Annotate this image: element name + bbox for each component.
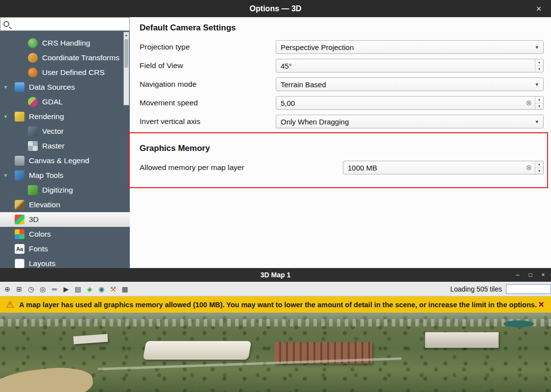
spin-down-icon[interactable]: ▼ <box>535 168 543 174</box>
dirt-field <box>0 363 95 392</box>
sidebar-scrollbar[interactable]: ▲ <box>123 32 129 105</box>
invert-axis-row: Invert vertical axis Only When Dragging … <box>130 112 551 131</box>
gdal-icon <box>28 97 38 107</box>
expander-icon[interactable]: ▼ <box>3 173 8 178</box>
building <box>73 334 108 344</box>
save-image-icon[interactable]: ▤ <box>72 284 83 294</box>
camera-eye-icon[interactable]: ◉ <box>96 284 107 294</box>
scroll-up-button[interactable]: ▲ <box>124 32 129 38</box>
projection-type-dropdown[interactable]: Perspective Projection ▾ <box>276 40 544 54</box>
spin-up-icon[interactable]: ▲ <box>535 97 543 103</box>
sidebar-item-elevation[interactable]: Elevation <box>0 197 130 212</box>
sidebar-item-vector[interactable]: Vector <box>0 124 130 139</box>
raster-icon <box>28 141 38 151</box>
loading-progress-bar <box>506 284 551 294</box>
chevron-down-icon: ▾ <box>530 81 543 88</box>
invert-axis-dropdown[interactable]: Only When Dragging ▾ <box>276 115 544 128</box>
sidebar-item-coordinate-transforms[interactable]: Coordinate Transforms <box>0 50 130 65</box>
field-of-view-spinner[interactable]: 45° ▲ ▼ <box>276 59 544 73</box>
animation-clock-icon[interactable]: ◷ <box>25 284 36 294</box>
pan-camera-icon[interactable]: ⊕ <box>2 284 13 294</box>
fonts-icon: Aa <box>15 244 24 254</box>
spinner-buttons: ▲ ▼ <box>535 97 543 109</box>
map-tools-icon <box>15 171 24 180</box>
spin-up-icon[interactable]: ▲ <box>535 59 543 66</box>
navigation-mode-dropdown[interactable]: Terrain Based ▾ <box>276 77 544 91</box>
field-of-view-label: Field of View <box>140 61 276 70</box>
spin-down-icon[interactable]: ▼ <box>535 103 543 110</box>
movement-speed-label: Movement speed <box>140 98 276 107</box>
export-scene-icon[interactable]: ▦ <box>120 284 130 294</box>
zoom-full-icon[interactable]: ⊞ <box>14 284 24 294</box>
sidebar-item-gdal[interactable]: GDAL <box>0 95 130 109</box>
expander-icon[interactable]: ▼ <box>3 85 8 90</box>
clear-value-icon[interactable]: ⊗ <box>523 163 535 172</box>
sidebar-item-crs-handling[interactable]: CRS Handling <box>0 36 130 50</box>
map-3d-viewport[interactable] <box>0 313 551 392</box>
sidebar-item-label: Coordinate Transforms <box>42 53 120 62</box>
sidebar-item-label: CRS Handling <box>42 39 90 48</box>
settings-tree: CRS Handling Coordinate Transforms User … <box>0 31 130 268</box>
allowed-memory-spinner[interactable]: 1000 MB ⊗ ▲ ▼ <box>343 161 544 174</box>
building <box>425 332 499 348</box>
movement-speed-row: Movement speed 5,00 ⊗ ▲ ▼ <box>130 94 551 112</box>
sidebar-item-raster[interactable]: Raster <box>0 139 130 153</box>
sidebar-item-digitizing[interactable]: Digitizing <box>0 183 130 197</box>
sidebar-item-user-defined-crs[interactable]: User Defined CRS <box>0 65 130 80</box>
colors-icon <box>15 229 24 239</box>
measure-line-icon[interactable]: ═ <box>49 284 60 294</box>
sidebar-item-layouts[interactable]: Layouts <box>0 256 130 268</box>
clear-value-icon[interactable]: ⊗ <box>523 98 535 107</box>
spin-up-icon[interactable]: ▲ <box>535 161 543 168</box>
sidebar-item-colors[interactable]: Colors <box>0 227 130 242</box>
sidebar-item-rendering[interactable]: ▼ Rendering <box>0 109 130 124</box>
sidebar-item-label: Raster <box>42 142 65 150</box>
sidebar-item-fonts[interactable]: Aa Fonts <box>0 242 130 256</box>
spin-down-icon[interactable]: ▼ <box>535 66 543 73</box>
screen: Options — 3D × CRS Handling Coordinate T… <box>0 0 551 392</box>
distant-city-band <box>0 319 551 326</box>
navigation-mode-row: Navigation mode Terrain Based ▾ <box>130 75 551 94</box>
map-close-button[interactable]: × <box>538 270 548 280</box>
sidebar-item-label: 3D <box>29 215 39 224</box>
sidebar-item-data-sources[interactable]: ▼ Data Sources <box>0 80 130 95</box>
maximize-button[interactable]: □ <box>526 270 535 280</box>
elevation-icon <box>15 200 24 210</box>
3d-icon <box>15 215 24 224</box>
sidebar-item-label: Vector <box>42 127 64 136</box>
options-title: Options — 3D <box>250 4 302 13</box>
identify-icon[interactable]: ◎ <box>37 284 48 294</box>
settings-wrench-icon[interactable]: ⚒ <box>108 284 119 294</box>
invert-axis-value: Only When Dragging <box>281 118 349 126</box>
chevron-down-icon: ▾ <box>530 119 543 125</box>
play-animation-icon[interactable]: ▶ <box>61 284 72 294</box>
invert-axis-label: Invert vertical axis <box>140 117 276 126</box>
map-window-titlebar[interactable]: 3D Map 1 – □ × <box>0 268 551 282</box>
options-close-button[interactable]: × <box>531 0 546 17</box>
options-dialog-body: CRS Handling Coordinate Transforms User … <box>0 17 551 268</box>
effects-icon[interactable]: ◈ <box>84 284 95 294</box>
map-toolbar: ⊕ ⊞ ◷ ◎ ═ ▶ ▤ ◈ ◉ ⚒ ▦ Loading 505 tiles <box>0 282 551 296</box>
sidebar-item-canvas-legend[interactable]: Canvas & Legend <box>0 153 130 168</box>
navigation-mode-value: Terrain Based <box>281 80 326 89</box>
expander-icon[interactable]: ▼ <box>3 114 8 119</box>
warning-message: A map layer has used all graphics memory… <box>19 301 536 309</box>
digitizing-icon <box>28 185 38 195</box>
field-of-view-row: Field of View 45° ▲ ▼ <box>130 56 551 75</box>
sidebar-item-3d[interactable]: 3D <box>0 212 130 227</box>
data-sources-icon <box>15 82 24 92</box>
movement-speed-spinner[interactable]: 5,00 ⊗ ▲ ▼ <box>276 96 544 110</box>
sidebar-item-label: Colors <box>29 230 51 239</box>
sidebar-item-label: Rendering <box>29 112 64 121</box>
graphics-memory-warning-banner: ⚠ A map layer has used all graphics memo… <box>0 296 551 313</box>
graphics-memory-heading: Graphics Memory <box>140 144 551 153</box>
spinner-buttons: ▲ ▼ <box>535 161 543 174</box>
sidebar-item-map-tools[interactable]: ▼ Map Tools <box>0 168 130 183</box>
sidebar-item-label: Canvas & Legend <box>29 156 89 165</box>
scroll-thumb[interactable] <box>124 39 128 68</box>
settings-search-input[interactable] <box>11 18 129 30</box>
warning-close-button[interactable]: × <box>536 299 546 310</box>
sidebar-item-label: Fonts <box>29 245 48 253</box>
options-titlebar[interactable]: Options — 3D × <box>0 0 551 17</box>
minimize-button[interactable]: – <box>513 270 523 280</box>
